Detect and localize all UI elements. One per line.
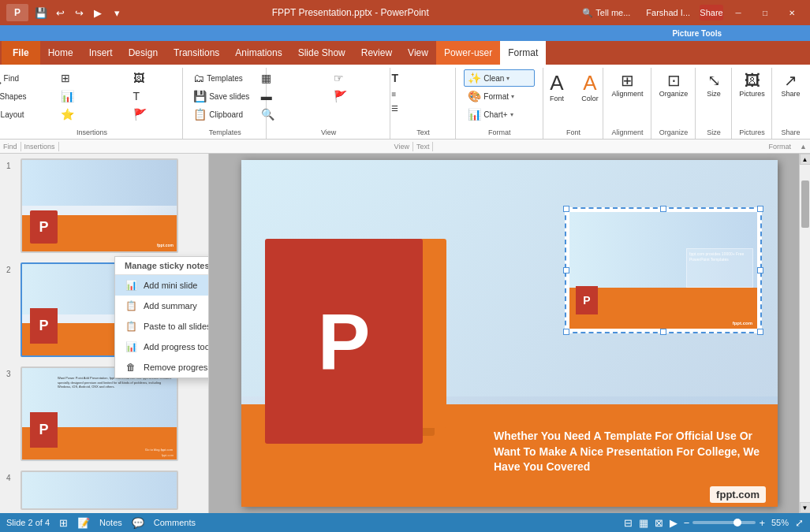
handle-bc[interactable] — [660, 329, 666, 335]
font-button[interactable]: A Font — [541, 69, 573, 106]
slide-img-3[interactable]: P Want Power Point Add Presentation, fpp… — [21, 366, 178, 461]
templates-button[interactable]: 🗂 Templates — [189, 69, 260, 87]
text-content: T ≡ ☰ — [387, 69, 458, 127]
scroll-thumb[interactable] — [801, 180, 809, 228]
maximize-button[interactable]: □ — [753, 5, 777, 20]
handle-br[interactable] — [757, 329, 763, 335]
scroll-up-btn[interactable]: ▲ — [800, 154, 811, 165]
handle-ml[interactable] — [563, 267, 569, 273]
menu-design[interactable]: Design — [121, 41, 166, 65]
text-list-button[interactable]: ☰ — [387, 102, 458, 115]
notes-label[interactable]: Notes — [99, 518, 122, 527]
scroll-down-btn[interactable]: ▼ — [800, 502, 811, 513]
menu-remove-progress[interactable]: 🗑 Remove progress t... — [115, 357, 209, 378]
slideshow-icon[interactable]: ▶ — [670, 517, 677, 529]
minimize-button[interactable]: ─ — [726, 5, 750, 20]
save-icon[interactable]: 💾 — [33, 5, 49, 20]
menu-add-mini-slide[interactable]: 📊 Add mini slide — [115, 275, 209, 296]
redo-icon[interactable]: ↪ — [71, 5, 87, 20]
comments-label[interactable]: Comments — [154, 518, 196, 527]
menu-transitions[interactable]: Transitions — [166, 41, 227, 65]
clipboard-button[interactable]: 📋 Clipboard — [189, 106, 260, 123]
slide-view-button[interactable]: ▬ — [257, 87, 328, 105]
mini-slide-box[interactable]: fppt.com provides 10000+ Free PowerPoint… — [565, 207, 762, 333]
alignment-button[interactable]: ⊞ Alignment — [607, 69, 648, 101]
font-label: Font — [566, 127, 580, 137]
color-button[interactable]: A Color — [574, 69, 606, 106]
menu-slideshow[interactable]: Slide Show — [290, 41, 353, 65]
clean-icon: ✨ — [468, 72, 481, 84]
table-button[interactable]: ⊞ — [57, 69, 128, 87]
add-progress-icon: 📊 — [125, 340, 137, 353]
zoom-button[interactable]: 🔍 — [257, 106, 328, 123]
slide1-top — [22, 160, 177, 206]
zoom-out-icon[interactable]: − — [684, 517, 690, 529]
zoom-in-icon[interactable]: + — [759, 517, 765, 529]
comments-icon[interactable]: 💬 — [132, 517, 144, 529]
slide-canvas[interactable]: P Whether You Need A Template For Offici… — [209, 154, 810, 513]
scroll-track[interactable] — [801, 165, 810, 502]
menu-review[interactable]: Review — [353, 41, 400, 65]
grid-button[interactable]: ▦ — [257, 69, 328, 87]
menu-insert[interactable]: Insert — [81, 41, 121, 65]
text-align-button[interactable]: ≡ — [387, 87, 458, 101]
handle-mr[interactable] — [757, 267, 763, 273]
view-normal-icon[interactable]: ⊟ — [624, 517, 633, 529]
zoom-slider[interactable] — [692, 521, 756, 524]
close-button[interactable]: ✕ — [780, 5, 804, 20]
clean-button[interactable]: ✨ Clean ▾ — [464, 69, 535, 87]
slide-thumb-1[interactable]: 1 P fppt.com — [0, 154, 208, 258]
slide-img-1[interactable]: P fppt.com — [21, 158, 178, 253]
organize-button[interactable]: ⊡ Organize — [655, 69, 693, 101]
slide-icon: ▬ — [261, 90, 272, 102]
ruler-insertions: Insertions — [24, 143, 55, 151]
slide-layout-icon[interactable]: ⊞ — [59, 517, 68, 529]
slide-thumb-4[interactable]: 4 — [0, 466, 208, 513]
save-slides-button[interactable]: 💾 Save slides — [189, 87, 260, 105]
chartplus-icon: 📊 — [468, 108, 481, 121]
share-button[interactable]: Share — [700, 5, 723, 20]
powerpoint-logo[interactable]: P — [6, 4, 28, 21]
menu-poweruser[interactable]: Power-user — [436, 41, 500, 65]
add-mini-slide-icon: 📊 — [125, 279, 137, 292]
zoom-thumb[interactable] — [733, 519, 741, 526]
share-button[interactable]: ↗ Share — [775, 69, 807, 101]
present-icon[interactable]: ▶ — [90, 5, 106, 20]
ruler-collapse[interactable]: ▲ — [791, 143, 807, 151]
chartplus-button[interactable]: 📊 Chart+ ▾ — [464, 106, 535, 123]
text-style-button[interactable]: T — [387, 69, 458, 87]
fit-icon[interactable]: ⤢ — [795, 517, 804, 529]
layout-button[interactable]: ▦ Layout — [0, 106, 55, 123]
menu-format[interactable]: Format — [500, 41, 546, 65]
menu-animations[interactable]: Animations — [227, 41, 289, 65]
zoom-bar[interactable]: − + — [684, 517, 765, 529]
menu-file[interactable]: File — [2, 41, 40, 65]
find-button[interactable]: 🔍 Find — [0, 69, 55, 87]
menu-view[interactable]: View — [400, 41, 436, 65]
main-slide[interactable]: P Whether You Need A Template For Offici… — [241, 160, 778, 507]
handle-tr[interactable] — [757, 206, 763, 212]
size-button[interactable]: ⤡ Size — [698, 69, 730, 101]
notes-icon[interactable]: 📝 — [77, 517, 90, 529]
menu-paste-all[interactable]: 📋 Paste to all slides — [115, 316, 209, 337]
undo-icon[interactable]: ↩ — [52, 5, 68, 20]
chart-button[interactable]: 📊 — [57, 87, 128, 105]
shapes-button[interactable]: ⬡ Shapes — [0, 87, 55, 105]
view-slide-icon[interactable]: ▦ — [639, 517, 648, 529]
dropdown-icon[interactable]: ▾ — [109, 5, 125, 20]
canvas-scrollbar[interactable]: ▲ ▼ — [799, 154, 810, 513]
tell-me-box[interactable]: 🔍 Tell me... — [576, 8, 636, 18]
text-icon: T — [133, 90, 140, 102]
menu-add-summary[interactable]: 📋 Add summary — [115, 296, 209, 316]
menu-home[interactable]: Home — [40, 41, 81, 65]
slide-panel[interactable]: 1 P fppt.com 2 P Whether You Need — [0, 154, 209, 513]
format-btn[interactable]: 🎨 Format ▾ — [464, 87, 535, 105]
handle-tc[interactable] — [660, 206, 666, 212]
view-reading-icon[interactable]: ⊠ — [655, 517, 663, 529]
handle-tl[interactable] — [563, 206, 569, 212]
handle-bl[interactable] — [563, 329, 569, 335]
icon-button[interactable]: ⭐ — [57, 106, 128, 123]
menu-add-progress[interactable]: 📊 Add progress tools — [115, 337, 209, 357]
slide-img-4[interactable] — [21, 471, 178, 510]
pictures-button[interactable]: 🖼 Pictures — [734, 69, 770, 101]
